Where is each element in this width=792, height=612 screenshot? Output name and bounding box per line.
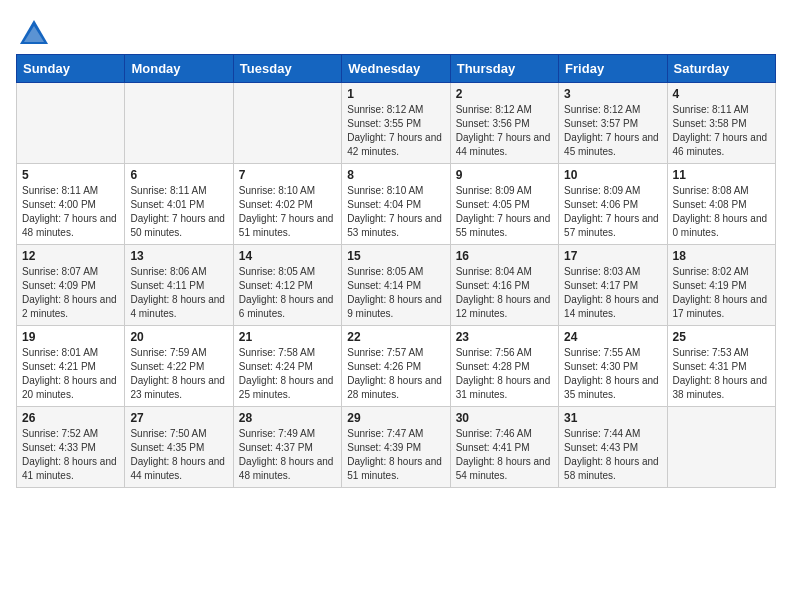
day-info: Sunrise: 8:12 AM Sunset: 3:56 PM Dayligh… <box>456 103 553 159</box>
day-number: 23 <box>456 330 553 344</box>
calendar-cell: 16Sunrise: 8:04 AM Sunset: 4:16 PM Dayli… <box>450 245 558 326</box>
day-number: 22 <box>347 330 444 344</box>
day-number: 21 <box>239 330 336 344</box>
day-info: Sunrise: 7:49 AM Sunset: 4:37 PM Dayligh… <box>239 427 336 483</box>
day-info: Sunrise: 7:57 AM Sunset: 4:26 PM Dayligh… <box>347 346 444 402</box>
day-number: 18 <box>673 249 770 263</box>
day-number: 5 <box>22 168 119 182</box>
day-number: 25 <box>673 330 770 344</box>
calendar-week-1: 1Sunrise: 8:12 AM Sunset: 3:55 PM Daylig… <box>17 83 776 164</box>
day-info: Sunrise: 8:01 AM Sunset: 4:21 PM Dayligh… <box>22 346 119 402</box>
day-info: Sunrise: 8:07 AM Sunset: 4:09 PM Dayligh… <box>22 265 119 321</box>
day-number: 12 <box>22 249 119 263</box>
day-number: 9 <box>456 168 553 182</box>
day-info: Sunrise: 8:06 AM Sunset: 4:11 PM Dayligh… <box>130 265 227 321</box>
day-number: 15 <box>347 249 444 263</box>
calendar-cell: 9Sunrise: 8:09 AM Sunset: 4:05 PM Daylig… <box>450 164 558 245</box>
day-info: Sunrise: 7:50 AM Sunset: 4:35 PM Dayligh… <box>130 427 227 483</box>
day-info: Sunrise: 7:44 AM Sunset: 4:43 PM Dayligh… <box>564 427 661 483</box>
calendar-cell: 31Sunrise: 7:44 AM Sunset: 4:43 PM Dayli… <box>559 407 667 488</box>
calendar-cell: 3Sunrise: 8:12 AM Sunset: 3:57 PM Daylig… <box>559 83 667 164</box>
calendar-cell: 4Sunrise: 8:11 AM Sunset: 3:58 PM Daylig… <box>667 83 775 164</box>
calendar-cell: 27Sunrise: 7:50 AM Sunset: 4:35 PM Dayli… <box>125 407 233 488</box>
day-number: 2 <box>456 87 553 101</box>
header-friday: Friday <box>559 55 667 83</box>
calendar-cell <box>17 83 125 164</box>
calendar-cell: 6Sunrise: 8:11 AM Sunset: 4:01 PM Daylig… <box>125 164 233 245</box>
calendar-cell: 8Sunrise: 8:10 AM Sunset: 4:04 PM Daylig… <box>342 164 450 245</box>
calendar-cell: 30Sunrise: 7:46 AM Sunset: 4:41 PM Dayli… <box>450 407 558 488</box>
day-number: 13 <box>130 249 227 263</box>
calendar-cell: 7Sunrise: 8:10 AM Sunset: 4:02 PM Daylig… <box>233 164 341 245</box>
day-number: 20 <box>130 330 227 344</box>
calendar-cell <box>233 83 341 164</box>
day-number: 8 <box>347 168 444 182</box>
calendar-cell <box>125 83 233 164</box>
day-info: Sunrise: 8:05 AM Sunset: 4:12 PM Dayligh… <box>239 265 336 321</box>
calendar-cell: 11Sunrise: 8:08 AM Sunset: 4:08 PM Dayli… <box>667 164 775 245</box>
day-info: Sunrise: 8:12 AM Sunset: 3:55 PM Dayligh… <box>347 103 444 159</box>
day-info: Sunrise: 8:05 AM Sunset: 4:14 PM Dayligh… <box>347 265 444 321</box>
day-number: 30 <box>456 411 553 425</box>
logo <box>16 16 50 46</box>
header-tuesday: Tuesday <box>233 55 341 83</box>
day-info: Sunrise: 8:04 AM Sunset: 4:16 PM Dayligh… <box>456 265 553 321</box>
day-number: 6 <box>130 168 227 182</box>
day-number: 19 <box>22 330 119 344</box>
day-info: Sunrise: 8:03 AM Sunset: 4:17 PM Dayligh… <box>564 265 661 321</box>
calendar-header-row: SundayMondayTuesdayWednesdayThursdayFrid… <box>17 55 776 83</box>
day-number: 7 <box>239 168 336 182</box>
header-thursday: Thursday <box>450 55 558 83</box>
logo-icon <box>16 16 46 46</box>
header-wednesday: Wednesday <box>342 55 450 83</box>
day-number: 17 <box>564 249 661 263</box>
calendar-week-3: 12Sunrise: 8:07 AM Sunset: 4:09 PM Dayli… <box>17 245 776 326</box>
day-info: Sunrise: 7:58 AM Sunset: 4:24 PM Dayligh… <box>239 346 336 402</box>
day-info: Sunrise: 7:47 AM Sunset: 4:39 PM Dayligh… <box>347 427 444 483</box>
day-info: Sunrise: 8:11 AM Sunset: 3:58 PM Dayligh… <box>673 103 770 159</box>
day-number: 1 <box>347 87 444 101</box>
page-header <box>16 16 776 46</box>
calendar-cell: 29Sunrise: 7:47 AM Sunset: 4:39 PM Dayli… <box>342 407 450 488</box>
calendar-cell: 19Sunrise: 8:01 AM Sunset: 4:21 PM Dayli… <box>17 326 125 407</box>
calendar-cell: 26Sunrise: 7:52 AM Sunset: 4:33 PM Dayli… <box>17 407 125 488</box>
calendar-cell: 14Sunrise: 8:05 AM Sunset: 4:12 PM Dayli… <box>233 245 341 326</box>
day-number: 16 <box>456 249 553 263</box>
header-saturday: Saturday <box>667 55 775 83</box>
calendar-cell: 18Sunrise: 8:02 AM Sunset: 4:19 PM Dayli… <box>667 245 775 326</box>
calendar-cell: 21Sunrise: 7:58 AM Sunset: 4:24 PM Dayli… <box>233 326 341 407</box>
day-number: 11 <box>673 168 770 182</box>
calendar-cell: 12Sunrise: 8:07 AM Sunset: 4:09 PM Dayli… <box>17 245 125 326</box>
day-info: Sunrise: 7:52 AM Sunset: 4:33 PM Dayligh… <box>22 427 119 483</box>
calendar-cell: 22Sunrise: 7:57 AM Sunset: 4:26 PM Dayli… <box>342 326 450 407</box>
day-number: 29 <box>347 411 444 425</box>
day-info: Sunrise: 8:11 AM Sunset: 4:00 PM Dayligh… <box>22 184 119 240</box>
day-info: Sunrise: 8:09 AM Sunset: 4:06 PM Dayligh… <box>564 184 661 240</box>
day-info: Sunrise: 8:08 AM Sunset: 4:08 PM Dayligh… <box>673 184 770 240</box>
day-number: 10 <box>564 168 661 182</box>
day-number: 14 <box>239 249 336 263</box>
calendar-cell: 17Sunrise: 8:03 AM Sunset: 4:17 PM Dayli… <box>559 245 667 326</box>
calendar-cell <box>667 407 775 488</box>
calendar-cell: 20Sunrise: 7:59 AM Sunset: 4:22 PM Dayli… <box>125 326 233 407</box>
day-number: 3 <box>564 87 661 101</box>
day-info: Sunrise: 8:12 AM Sunset: 3:57 PM Dayligh… <box>564 103 661 159</box>
day-number: 28 <box>239 411 336 425</box>
day-number: 4 <box>673 87 770 101</box>
day-info: Sunrise: 7:53 AM Sunset: 4:31 PM Dayligh… <box>673 346 770 402</box>
calendar-week-5: 26Sunrise: 7:52 AM Sunset: 4:33 PM Dayli… <box>17 407 776 488</box>
day-info: Sunrise: 8:11 AM Sunset: 4:01 PM Dayligh… <box>130 184 227 240</box>
calendar-cell: 1Sunrise: 8:12 AM Sunset: 3:55 PM Daylig… <box>342 83 450 164</box>
calendar-table: SundayMondayTuesdayWednesdayThursdayFrid… <box>16 54 776 488</box>
day-info: Sunrise: 7:56 AM Sunset: 4:28 PM Dayligh… <box>456 346 553 402</box>
calendar-cell: 23Sunrise: 7:56 AM Sunset: 4:28 PM Dayli… <box>450 326 558 407</box>
day-info: Sunrise: 8:09 AM Sunset: 4:05 PM Dayligh… <box>456 184 553 240</box>
day-info: Sunrise: 8:10 AM Sunset: 4:04 PM Dayligh… <box>347 184 444 240</box>
calendar-cell: 25Sunrise: 7:53 AM Sunset: 4:31 PM Dayli… <box>667 326 775 407</box>
day-number: 27 <box>130 411 227 425</box>
calendar-week-4: 19Sunrise: 8:01 AM Sunset: 4:21 PM Dayli… <box>17 326 776 407</box>
day-info: Sunrise: 8:10 AM Sunset: 4:02 PM Dayligh… <box>239 184 336 240</box>
calendar-week-2: 5Sunrise: 8:11 AM Sunset: 4:00 PM Daylig… <box>17 164 776 245</box>
day-number: 31 <box>564 411 661 425</box>
calendar-cell: 24Sunrise: 7:55 AM Sunset: 4:30 PM Dayli… <box>559 326 667 407</box>
